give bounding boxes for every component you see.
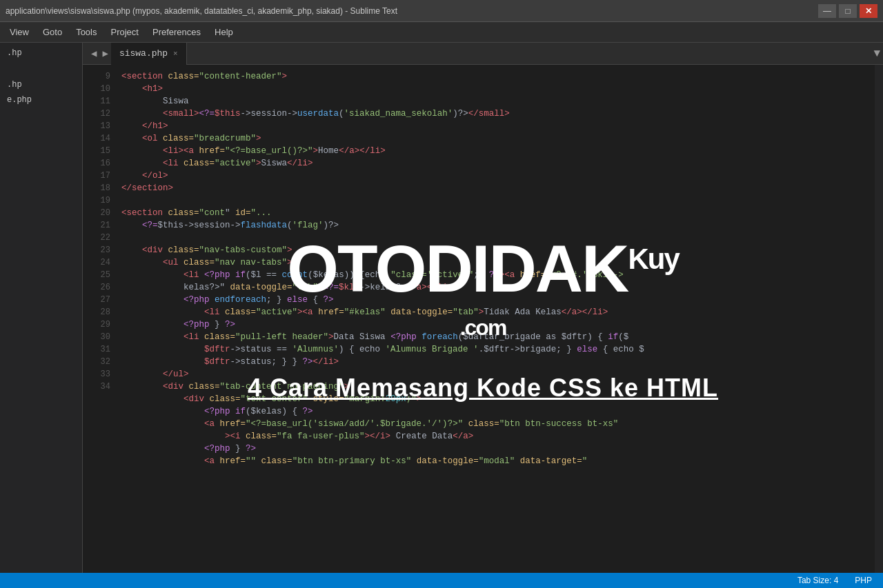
tab-nav-prev[interactable]: ◀ — [88, 48, 99, 59]
main-layout: .hp .hp e.php ◀ ▶ siswa.php × ▼ 9 10 11 … — [0, 43, 883, 573]
sidebar-file-4[interactable] — [0, 72, 82, 77]
status-bar: Tab Size: 4 PHP — [0, 573, 883, 588]
tab-dropdown-icon[interactable]: ▼ — [873, 48, 880, 60]
editor-wrapper: ◀ ▶ siswa.php × ▼ 9 10 11 12 13 14 15 16… — [83, 43, 883, 573]
title-bar-controls: — □ ✕ — [818, 4, 877, 18]
title-bar: application\views\siswa\siswa.php (mypos… — [0, 0, 883, 22]
sidebar-file-5[interactable]: .hp — [0, 77, 82, 92]
line-numbers: 9 10 11 12 13 14 15 16 17 18 19 20 21 22… — [83, 65, 113, 573]
menu-project[interactable]: Project — [104, 24, 146, 40]
menu-view[interactable]: View — [3, 24, 36, 40]
editor-area[interactable]: 9 10 11 12 13 14 15 16 17 18 19 20 21 22… — [83, 65, 883, 573]
minimize-button[interactable]: — — [818, 4, 836, 18]
menu-goto[interactable]: Goto — [36, 24, 69, 40]
tab-filename: siswa.php — [119, 48, 168, 59]
sidebar: .hp .hp e.php — [0, 43, 83, 573]
menu-preferences[interactable]: Preferences — [146, 24, 208, 40]
scrollbar-right[interactable] — [875, 65, 883, 573]
menu-help[interactable]: Help — [208, 24, 240, 40]
code-content[interactable]: <section class="content-header"> <h1> Si… — [113, 65, 883, 573]
tab-size-label: Tab Size: 4 — [797, 576, 838, 585]
menu-bar: View Goto Tools Project Preferences Help — [0, 22, 883, 43]
close-button[interactable]: ✕ — [860, 4, 877, 18]
menu-tools[interactable]: Tools — [69, 24, 103, 40]
maximize-button[interactable]: □ — [839, 4, 857, 18]
tab-siswa-php[interactable]: siswa.php × — [111, 43, 187, 65]
tab-nav-next[interactable]: ▶ — [99, 48, 110, 59]
tab-bar: ◀ ▶ siswa.php × ▼ — [83, 43, 883, 65]
sidebar-file-3[interactable] — [0, 66, 82, 72]
sidebar-file-2[interactable] — [0, 61, 82, 66]
language-label: PHP — [855, 576, 872, 585]
tab-close-icon[interactable]: × — [173, 50, 178, 58]
sidebar-file-6[interactable]: e.php — [0, 92, 82, 108]
sidebar-file-1[interactable]: .hp — [0, 45, 82, 61]
title-bar-text: application\views\siswa\siswa.php (mypos… — [6, 6, 818, 16]
